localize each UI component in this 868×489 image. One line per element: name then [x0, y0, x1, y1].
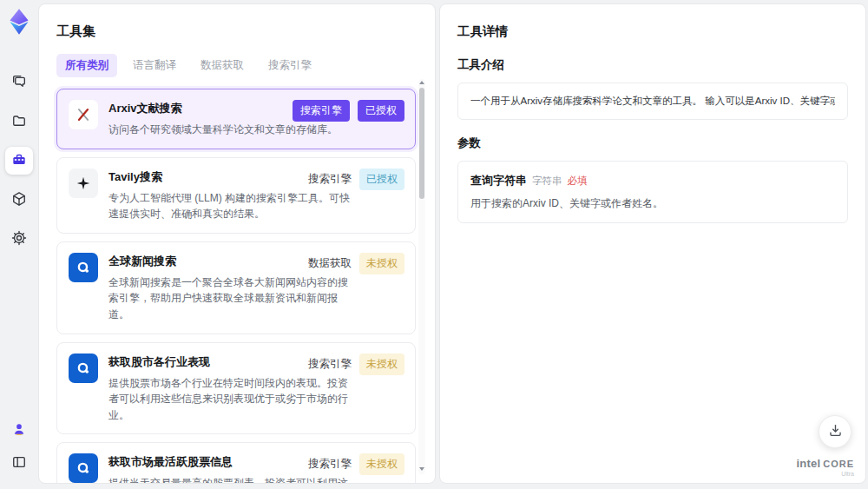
user-icon	[10, 420, 28, 440]
folder-icon	[10, 112, 28, 132]
sidebar-item-chat[interactable]	[5, 69, 33, 96]
detail-title: 工具详情	[457, 23, 848, 40]
status-badge: 已授权	[359, 169, 404, 190]
tool-detail-panel: 工具详情 工具介绍 一个用于从Arxiv存储库搜索科学论文和文章的工具。 输入可…	[439, 3, 866, 484]
active-stocks-icon	[69, 453, 98, 483]
tab-数据获取[interactable]: 数据获取	[192, 54, 253, 77]
category-badge: 数据获取	[308, 256, 352, 271]
parameter-header: 查询字符串 字符串 必填	[470, 173, 835, 188]
tool-badges: 数据获取未授权	[308, 253, 404, 274]
page-title: 工具集	[56, 23, 435, 40]
params-section-title: 参数	[457, 135, 848, 151]
sidebar-nav	[5, 69, 33, 253]
status-badge: 已授权	[358, 100, 404, 122]
stock-sector-icon	[69, 354, 98, 383]
tool-badges: 搜索引擎未授权	[308, 354, 404, 375]
category-badge: 搜索引擎	[308, 357, 352, 372]
tool-badges: 搜索引擎已授权	[293, 100, 404, 122]
app: { "colors": { "accent": "#6847ee", "acce…	[0, 0, 868, 489]
scrollbar-down-arrow-icon[interactable]	[419, 467, 424, 471]
tool-list-panel: 工具集 所有类别语言翻译数据获取搜索引擎 Arxiv文献搜索访问各个研究领域大量…	[38, 3, 436, 484]
scrollbar-up-arrow-icon[interactable]	[419, 81, 424, 84]
package-icon	[10, 190, 28, 210]
toolbox-icon	[10, 151, 28, 171]
sidebar-item-user[interactable]	[5, 416, 33, 444]
tool-description: 全球新闻搜索是一个聚合全球各大新闻网站内容的搜索引擎，帮助用户快速获取全球最新资…	[108, 274, 353, 323]
status-badge: 未授权	[359, 354, 404, 375]
parameter-description: 用于搜索的Arxiv ID、关键字或作者姓名。	[470, 196, 835, 211]
tool-card[interactable]: 获取市场最活跃股票信息提供当天交易量最高的股票列表，投资者可以利用这些信息来识别…	[56, 442, 416, 484]
category-badge: 搜索引擎	[308, 457, 352, 472]
tool-card[interactable]: Arxiv文献搜索访问各个研究领域大量科学论文和文章的存储库。搜索引擎已授权	[56, 89, 416, 149]
sidebar-item-package[interactable]	[5, 186, 33, 214]
category-badge: 搜索引擎	[308, 172, 352, 187]
ultra-wordmark: Ultra	[796, 471, 854, 477]
tab-语言翻译[interactable]: 语言翻译	[124, 54, 185, 77]
download-button[interactable]	[819, 415, 852, 448]
sidebar-item-toolbox[interactable]	[5, 147, 33, 175]
intel-wordmark: intel	[796, 457, 820, 470]
tool-badges: 搜索引擎未授权	[308, 453, 404, 475]
status-badge: 未授权	[359, 453, 404, 475]
category-tabs: 所有类别语言翻译数据获取搜索引擎	[56, 54, 435, 77]
parameter-type: 字符串	[532, 175, 562, 188]
sidebar	[0, 0, 38, 489]
tool-description: 提供当天交易量最高的股票列表，投资者可以利用这些信息来识别流动性强的股票和潜在的…	[108, 475, 353, 484]
core-wordmark: CORE	[823, 459, 854, 469]
tool-card[interactable]: 全球新闻搜索全球新闻搜索是一个聚合全球各大新闻网站内容的搜索引擎，帮助用户快速获…	[56, 241, 416, 334]
global-news-icon	[69, 253, 98, 282]
category-badge: 搜索引擎	[293, 100, 350, 122]
chat-icon	[10, 73, 28, 93]
parameter-required-badge: 必填	[568, 175, 588, 188]
intro-box: 一个用于从Arxiv存储库搜索科学论文和文章的工具。 输入可以是Arxiv ID…	[457, 83, 848, 120]
download-icon	[827, 422, 844, 441]
scrollbar[interactable]	[418, 79, 425, 474]
settings-icon	[10, 229, 28, 249]
arxiv-logo-icon	[69, 100, 98, 129]
parameter-name: 查询字符串	[470, 173, 527, 188]
sidebar-item-collapse-panel[interactable]	[5, 449, 33, 477]
tab-搜索引擎[interactable]: 搜索引擎	[260, 54, 320, 77]
sidebar-item-settings[interactable]	[5, 225, 33, 253]
sidebar-item-folder[interactable]	[5, 108, 33, 135]
intro-text: 一个用于从Arxiv存储库搜索科学论文和文章的工具。 输入可以是Arxiv ID…	[470, 95, 835, 108]
scrollbar-thumb[interactable]	[419, 88, 424, 199]
intel-core-logo: intelCORE Ultra	[796, 456, 854, 477]
tool-card-list: Arxiv文献搜索访问各个研究领域大量科学论文和文章的存储库。搜索引擎已授权Ta…	[56, 89, 416, 484]
intro-section-title: 工具介绍	[457, 57, 848, 73]
sidebar-bottom-nav	[5, 416, 33, 477]
tool-card[interactable]: 获取股市各行业表现提供股票市场各个行业在特定时间段内的表现。投资者可以利用这些信…	[56, 342, 416, 435]
tool-description: 专为人工智能代理 (LLM) 构建的搜索引擎工具。可快速提供实时、准确和真实的结…	[108, 190, 353, 222]
tavily-star-icon	[69, 169, 98, 198]
tool-card[interactable]: Tavily搜索专为人工智能代理 (LLM) 构建的搜索引擎工具。可快速提供实时…	[56, 157, 416, 234]
collapse-panel-icon	[10, 453, 28, 473]
tool-badges: 搜索引擎已授权	[308, 169, 404, 190]
parameter-card: 查询字符串 字符串 必填 用于搜索的Arxiv ID、关键字或作者姓名。	[457, 161, 848, 223]
tool-description: 提供股票市场各个行业在特定时间段内的表现。投资者可以利用这些信息来识别表现优于或…	[108, 375, 353, 424]
status-badge: 未授权	[359, 253, 404, 274]
app-logo-icon	[3, 6, 35, 37]
tab-所有类别[interactable]: 所有类别	[56, 54, 117, 77]
tool-description: 访问各个研究领域大量科学论文和文章的存储库。	[108, 122, 338, 138]
